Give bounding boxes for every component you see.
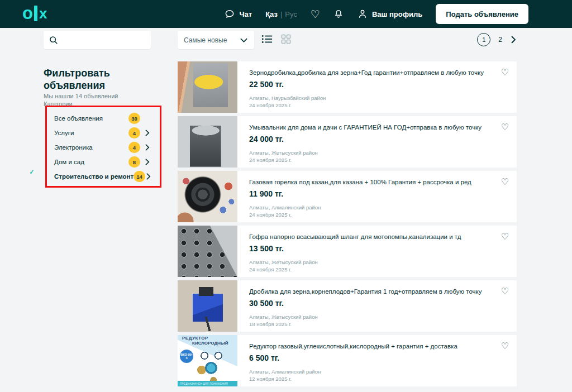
chat-link[interactable]: Чат [224, 8, 252, 20]
search-box[interactable] [44, 31, 151, 49]
lang-separator: | [280, 10, 282, 18]
listing-card[interactable]: Газовая горелка под казан,для казана + 1… [178, 171, 517, 222]
pagination-page-2[interactable]: 2 [498, 36, 502, 44]
category-label: Строительство и ремонт [54, 173, 134, 180]
profile-link[interactable]: Ваш профиль [357, 8, 422, 20]
listing-thumbnail[interactable] [178, 226, 237, 277]
listing-thumbnail[interactable] [178, 116, 237, 168]
notifications-bell-icon[interactable] [333, 8, 344, 20]
favorite-icon[interactable]: ♡ [501, 68, 509, 77]
favorite-icon[interactable]: ♡ [501, 178, 509, 187]
listing-date: 18 ноября 2025 г. [249, 321, 517, 327]
favorite-icon[interactable]: ♡ [501, 342, 509, 351]
favorite-icon[interactable]: ♡ [501, 123, 509, 132]
filter-title: Фильтровать объявления [44, 67, 127, 92]
category-item[interactable]: Все объявления 30 [54, 111, 150, 126]
listing-location: Алматы, Жетысуский район [249, 150, 517, 156]
favorite-icon[interactable]: ♡ [501, 232, 509, 241]
category-item[interactable]: Услуги 4 [54, 126, 150, 140]
listing-body: Газовая горелка под казан,для казана + 1… [237, 171, 517, 222]
results-count-text: Мы нашли 14 объявлений [44, 93, 118, 99]
listing-thumbnail[interactable] [178, 171, 237, 222]
chevron-right-icon[interactable] [140, 129, 150, 137]
listing-thumbnail[interactable] [178, 61, 237, 113]
post-ad-button[interactable]: Подать объявление [436, 4, 528, 24]
category-label: Электроника [54, 144, 128, 151]
category-count-badge: 4 [128, 142, 140, 153]
logo-letter-o: o [22, 4, 32, 22]
listing-card[interactable]: РЕДУКТОРКИСЛОРОДНЫЙБКО-50-4ПРЕДНАЗНАЧЕН … [178, 335, 517, 386]
header-actions: Чат Қаз|Рус ♡ Ваш профиль [224, 0, 528, 28]
listing-title[interactable]: Умывальник для дома и дачи с ГАРАНТИЕЙ Н… [249, 124, 517, 131]
chevron-right-icon[interactable] [145, 173, 151, 180]
category-label: Услуги [54, 130, 128, 136]
category-count-badge: 4 [128, 127, 140, 138]
thumbnail-badge: БКО-50-4 [180, 350, 193, 363]
listing-thumbnail[interactable]: РЕДУКТОРКИСЛОРОДНЫЙБКО-50-4ПРЕДНАЗНАЧЕН … [178, 335, 237, 386]
categories-label: Категории [44, 101, 73, 107]
listing-date: 24 ноября 2025 г. [249, 212, 517, 218]
listing-thumbnail[interactable] [178, 280, 237, 332]
thumbnail-footer-text: ПРЕДНАЗНАЧЕН ДЛЯ ПОНИЖЕНИЯ [178, 381, 237, 386]
listing-body: Зернодробилка,дробилка для зерна+Год гар… [237, 61, 517, 113]
thumbnail-text: РЕДУКТОР [182, 336, 208, 341]
listing-body: Дробилка для зерна,корнеплодов+Гарантия … [237, 280, 517, 332]
listing-price: 30 500 тг. [249, 299, 517, 308]
listing-body: Гофра напорно всасывающий шланг для мото… [237, 226, 517, 277]
category-list: Все объявления 30 Услуги 4 Электроника 4… [54, 111, 150, 184]
listing-location: Алматы, Жетысуский район [249, 259, 517, 265]
listing-title[interactable]: Газовая горелка под казан,для казана + 1… [249, 179, 517, 185]
pagination-next-icon[interactable] [510, 35, 517, 44]
listing-date: 24 ноября 2025 г. [249, 266, 517, 273]
lang-kz[interactable]: Қаз [265, 10, 278, 18]
language-toggle[interactable]: Қаз|Рус [265, 10, 297, 18]
listing-card[interactable]: Умывальник для дома и дачи с ГАРАНТИЕЙ Н… [178, 116, 517, 168]
search-input[interactable] [62, 36, 149, 44]
favorite-icon[interactable]: ♡ [501, 287, 509, 296]
listing-title[interactable]: Дробилка для зерна,корнеплодов+Гарантия … [249, 288, 517, 295]
pagination-current-page[interactable]: 1 [477, 33, 490, 46]
listing-date: 24 ноября 2025 г. [249, 157, 517, 163]
favorites-heart-icon[interactable]: ♡ [311, 9, 320, 20]
lang-ru[interactable]: Рус [285, 10, 297, 18]
logo-letter-x: x [39, 5, 47, 22]
listing-price: 24 000 тг. [249, 135, 517, 144]
category-item[interactable]: Электроника 4 [54, 140, 150, 155]
listing-price: 11 900 тг. [249, 189, 517, 198]
pagination: 1 2 [477, 32, 517, 47]
listing-body: Редуктор газовый,углекислотный,кислородн… [237, 335, 517, 386]
thumbnail-text: КИСЛОРОДНЫЙ [192, 341, 228, 346]
olx-logo[interactable]: o x [22, 4, 47, 22]
listing-title[interactable]: Редуктор газовый,углекислотный,кислородн… [249, 343, 517, 350]
profile-label: Ваш профиль [372, 10, 422, 18]
logo-bar [34, 6, 37, 21]
category-count-badge: 14 [134, 171, 145, 182]
list-view-icon[interactable] [261, 34, 273, 44]
listing-card[interactable]: Дробилка для зерна,корнеплодов+Гарантия … [178, 280, 517, 332]
listing-title[interactable]: Зернодробилка,дробилка для зерна+Год гар… [249, 69, 517, 76]
chat-icon [224, 8, 235, 20]
listing-title[interactable]: Гофра напорно всасывающий шланг для мото… [249, 233, 517, 240]
category-label: Все объявления [54, 115, 128, 122]
category-item[interactable]: Дом и сад 8 [54, 155, 150, 169]
listing-date: 24 ноября 2025 г. [249, 102, 517, 108]
listing-location: Алматы, Наурызбайский район [249, 95, 517, 101]
listings-column: Зернодробилка,дробилка для зерна+Год гар… [178, 61, 517, 386]
listing-price: 22 500 тг. [249, 80, 517, 89]
chevron-down-icon [240, 37, 248, 43]
category-label: Дом и сад [54, 159, 128, 165]
chevron-right-icon[interactable] [140, 158, 150, 166]
checkmark-icon: ✓ [28, 168, 35, 176]
search-icon [49, 35, 59, 45]
listing-card[interactable]: Гофра напорно всасывающий шланг для мото… [178, 226, 517, 277]
category-count-badge: 30 [128, 113, 140, 124]
sort-dropdown[interactable]: Самые новые [178, 31, 254, 49]
chevron-right-icon[interactable] [140, 144, 150, 151]
profile-icon [357, 8, 368, 20]
category-item[interactable]: Строительство и ремонт 14 [54, 169, 150, 184]
listing-price: 13 500 тг. [249, 244, 517, 253]
grid-view-icon[interactable] [281, 34, 291, 44]
sort-selected-value: Самые новые [184, 36, 227, 44]
chat-label: Чат [239, 10, 252, 18]
listing-card[interactable]: Зернодробилка,дробилка для зерна+Год гар… [178, 61, 517, 113]
